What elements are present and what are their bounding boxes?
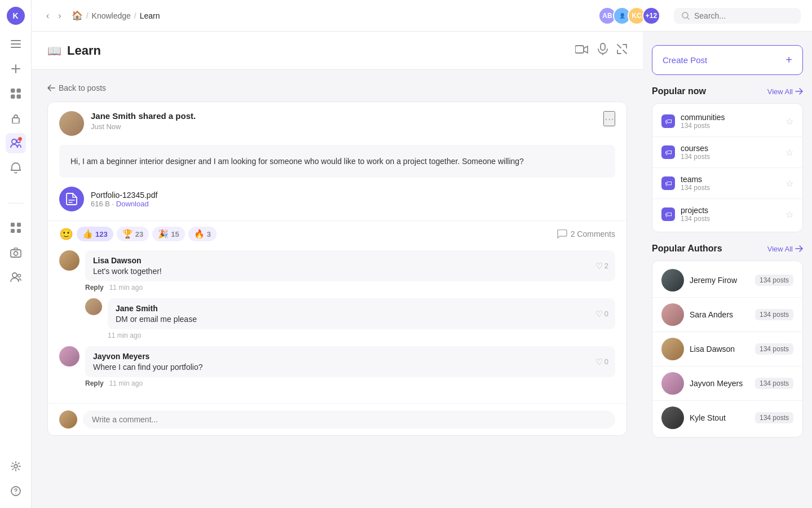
sidebar-settings-icon[interactable] — [6, 456, 26, 476]
star-teams[interactable]: ☆ — [785, 178, 793, 189]
svg-rect-1 — [11, 43, 21, 45]
author-item-sara[interactable]: Sara Anders 134 posts — [652, 298, 802, 332]
author-item-jeremy[interactable]: Jeremy Firow 134 posts — [652, 263, 802, 298]
comment-body: Lisa Dawson Let's work together! ♡ 2 Rep… — [85, 250, 615, 291]
svg-point-17 — [17, 275, 20, 277]
reply-button-2[interactable]: Reply — [85, 379, 104, 387]
center-page: 📖 Learn — [32, 32, 643, 508]
reply-button-1[interactable]: Reply — [85, 284, 104, 291]
comment-bubble: Lisa Dawson Let's work together! ♡ 2 — [85, 250, 615, 281]
svg-point-15 — [14, 251, 17, 255]
commenter-avatar-jayvon — [59, 346, 80, 366]
breadcrumb-learn: Learn — [140, 11, 160, 20]
post-wrapper: Back to posts Jane Smith shared a post. — [32, 70, 643, 449]
authors-card: Jeremy Firow 134 posts Sara Anders 134 p… — [652, 260, 803, 438]
sidebar-people-icon[interactable] — [6, 267, 26, 288]
author-name: Jane Smith — [91, 111, 136, 121]
popular-now-view-all[interactable]: View All — [767, 87, 803, 96]
nav-arrows: ‹ › — [43, 8, 65, 23]
star-courses[interactable]: ☆ — [785, 147, 793, 158]
create-post-button[interactable]: Create Post + — [652, 45, 803, 75]
post-author-avatar — [59, 111, 84, 136]
star-projects[interactable]: ☆ — [785, 209, 793, 220]
avatar-jeremy — [661, 269, 684, 291]
svg-rect-14 — [11, 250, 21, 257]
popular-authors-header: Popular Authors View All — [652, 244, 803, 254]
arrow-right-icon-2 — [795, 245, 803, 252]
svg-rect-6 — [16, 95, 21, 99]
reaction-trophy[interactable]: 🏆 23 — [117, 227, 149, 241]
video-button[interactable] — [575, 44, 589, 57]
svg-point-18 — [14, 465, 17, 468]
svg-rect-23 — [601, 43, 605, 50]
avatar-sara — [661, 303, 684, 326]
post-body: Hi, I am a beginner interior designer an… — [48, 145, 626, 187]
author-item-kyle[interactable]: Kyle Stout 134 posts — [652, 401, 802, 435]
expand-button[interactable] — [617, 44, 627, 57]
header-actions — [575, 43, 627, 58]
arrow-right-icon — [795, 88, 803, 95]
svg-rect-7 — [12, 118, 19, 123]
popular-item-courses[interactable]: 🏷 courses 134 posts ☆ — [652, 137, 802, 168]
sidebar-menu-icon[interactable] — [6, 34, 26, 54]
reaction-thumbs-up[interactable]: 👍 123 — [77, 227, 113, 241]
sidebar-help-icon[interactable] — [6, 481, 26, 501]
nested-comment-bubble: Jane Smith DM or email me please ♡ 0 — [108, 298, 615, 329]
sidebar-grid-icon[interactable] — [6, 83, 26, 104]
file-icon — [59, 187, 84, 211]
sidebar-plus-icon[interactable] — [6, 59, 26, 79]
sidebar-bell-icon[interactable] — [6, 158, 26, 178]
file-meta: 616 B · Download — [91, 200, 157, 208]
right-panel: Create Post + Popular now View All 🏷 com… — [643, 32, 812, 508]
reaction-party[interactable]: 🎉 15 — [152, 227, 184, 241]
mic-button[interactable] — [598, 43, 608, 58]
popular-item-projects[interactable]: 🏷 projects 134 posts ☆ — [652, 199, 802, 229]
popular-item-teams[interactable]: 🏷 teams 134 posts ☆ — [652, 168, 802, 199]
write-comment — [48, 403, 626, 435]
avatar-kyle — [661, 407, 684, 429]
comments-link[interactable]: 2 Comments — [557, 229, 615, 238]
author-item-lisa[interactable]: Lisa Dawson 134 posts — [652, 332, 802, 366]
svg-rect-2 — [11, 47, 21, 48]
comment-item-nested: Jane Smith DM or email me please ♡ 0 — [85, 298, 615, 339]
emoji-picker[interactable]: 🙂 — [59, 227, 73, 241]
comment-input[interactable] — [83, 410, 615, 429]
search-box[interactable] — [674, 8, 801, 24]
nested-comment-body: Jane Smith DM or email me please ♡ 0 — [108, 298, 615, 339]
download-link[interactable]: Download — [116, 200, 149, 208]
home-icon[interactable]: 🏠 — [72, 10, 83, 21]
sidebar-camera-icon[interactable] — [6, 242, 26, 263]
main-wrapper: ‹ › 🏠 / Knowledge / Learn AB 👤 KC +12 📖 — [32, 0, 812, 508]
file-name: Portfolio-12345.pdf — [91, 191, 157, 200]
comment-meta: Reply 11 min ago — [85, 284, 615, 291]
reaction-fire[interactable]: 🔥 3 — [188, 227, 217, 241]
svg-rect-0 — [11, 40, 21, 41]
sidebar-social-icon[interactable] — [6, 133, 26, 153]
sidebar-lock-icon[interactable] — [6, 108, 26, 129]
star-communities[interactable]: ☆ — [785, 116, 793, 127]
page-icon: 📖 — [47, 44, 61, 58]
breadcrumb-knowledge[interactable]: Knowledge — [92, 11, 131, 20]
popular-now-header: Popular now View All — [652, 86, 803, 96]
like-button-2[interactable]: ♡ 0 — [595, 357, 608, 367]
content-area: 📖 Learn — [32, 32, 812, 508]
svg-rect-11 — [17, 223, 21, 227]
svg-rect-3 — [11, 89, 15, 93]
popular-authors-view-all[interactable]: View All — [767, 245, 803, 253]
plus-icon: + — [785, 54, 792, 67]
user-avatars: AB 👤 KC +12 — [598, 7, 660, 25]
popular-item-communities[interactable]: 🏷 communities 134 posts ☆ — [652, 106, 802, 137]
search-input[interactable] — [694, 11, 793, 20]
author-item-jayvon[interactable]: Jayvon Meyers 134 posts — [652, 366, 802, 401]
like-button-1[interactable]: ♡ 2 — [595, 261, 608, 271]
avatar-more[interactable]: +12 — [642, 7, 660, 25]
back-button[interactable]: ‹ — [43, 8, 52, 23]
more-options-button[interactable]: ··· — [603, 111, 615, 126]
svg-rect-22 — [575, 46, 584, 53]
svg-rect-13 — [17, 229, 21, 233]
comment-item: Lisa Dawson Let's work together! ♡ 2 Rep… — [59, 250, 615, 291]
sidebar-apps-icon[interactable] — [6, 218, 26, 238]
back-link[interactable]: Back to posts — [47, 83, 627, 92]
forward-button[interactable]: › — [55, 8, 64, 23]
like-button-nested[interactable]: ♡ 0 — [595, 309, 608, 319]
